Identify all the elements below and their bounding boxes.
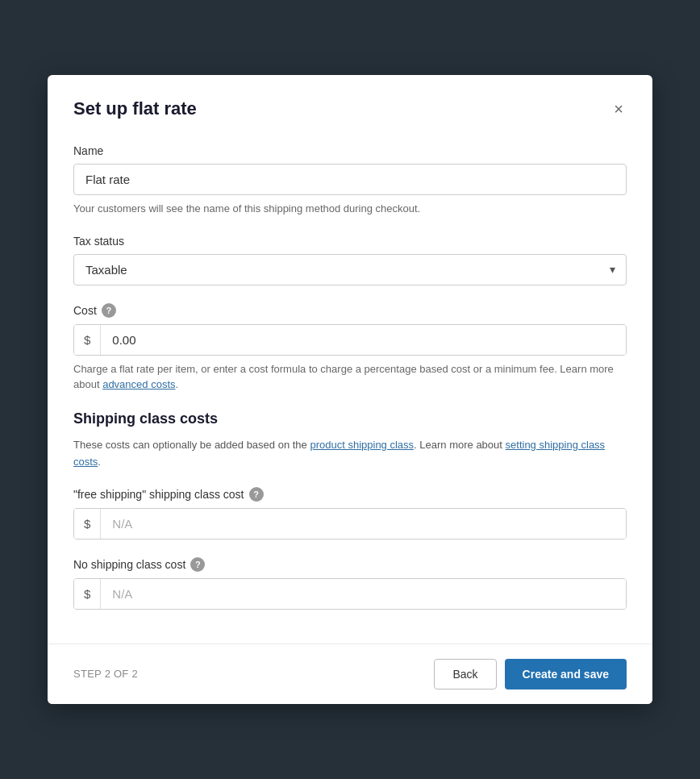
cost-hint: Charge a flat rate per item, or enter a … <box>73 361 627 393</box>
cost-input-wrapper: $ <box>73 324 627 356</box>
cost-input[interactable] <box>101 325 626 355</box>
no-shipping-class-label: No shipping class cost ? <box>73 557 627 572</box>
no-shipping-help-icon[interactable]: ? <box>190 557 205 572</box>
product-shipping-class-link[interactable]: product shipping class <box>310 439 414 451</box>
cost-label: Cost ? <box>73 303 627 318</box>
free-shipping-class-label: "free shipping" shipping class cost ? <box>73 487 627 502</box>
no-shipping-class-input[interactable] <box>101 579 626 609</box>
shipping-class-description: These costs can optionally be added base… <box>73 437 627 471</box>
cost-prefix: $ <box>74 325 101 355</box>
modal-body: Name Your customers will see the name of… <box>48 136 652 643</box>
tax-status-field-group: Tax status Taxable None ▾ <box>73 235 627 285</box>
shipping-class-section: Shipping class costs These costs can opt… <box>73 410 627 610</box>
modal-title: Set up flat rate <box>73 98 197 119</box>
name-label: Name <box>73 144 627 157</box>
tax-status-label: Tax status <box>73 235 627 248</box>
free-shipping-class-group: "free shipping" shipping class cost ? $ <box>73 487 627 539</box>
no-shipping-class-input-wrapper: $ <box>73 578 627 610</box>
cost-field-group: Cost ? $ Charge a flat rate per item, or… <box>73 303 627 393</box>
step-indicator: STEP 2 OF 2 <box>73 668 138 680</box>
name-hint: Your customers will see the name of this… <box>73 201 627 217</box>
create-and-save-button[interactable]: Create and save <box>505 659 627 689</box>
cost-help-icon[interactable]: ? <box>102 303 116 318</box>
modal-footer: STEP 2 OF 2 Back Create and save <box>48 644 652 704</box>
shipping-class-heading: Shipping class costs <box>73 410 627 427</box>
modal-header: Set up flat rate × <box>48 75 652 136</box>
free-shipping-class-input[interactable] <box>101 509 626 539</box>
no-shipping-prefix: $ <box>74 579 101 609</box>
free-shipping-help-icon[interactable]: ? <box>249 487 264 502</box>
name-field-group: Name Your customers will see the name of… <box>73 144 627 217</box>
tax-status-select-wrapper: Taxable None ▾ <box>73 254 627 285</box>
tax-status-select[interactable]: Taxable None <box>73 254 627 285</box>
free-shipping-prefix: $ <box>74 509 101 539</box>
advanced-costs-link[interactable]: advanced costs <box>102 378 175 390</box>
close-button[interactable]: × <box>610 98 627 120</box>
back-button[interactable]: Back <box>434 659 496 689</box>
no-shipping-class-group: No shipping class cost ? $ <box>73 557 627 610</box>
name-input[interactable] <box>73 164 627 195</box>
free-shipping-class-input-wrapper: $ <box>73 508 627 539</box>
modal-dialog: Set up flat rate × Name Your customers w… <box>48 75 652 703</box>
footer-buttons: Back Create and save <box>434 659 627 689</box>
